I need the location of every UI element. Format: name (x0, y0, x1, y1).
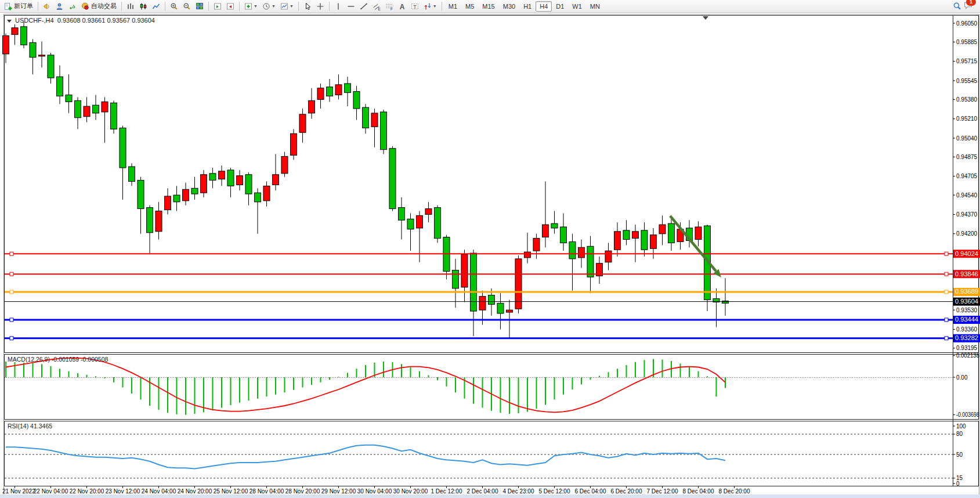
signals-button[interactable] (66, 0, 79, 13)
rsi-name: RSI(14) (8, 423, 28, 430)
candle-body (722, 301, 729, 303)
candles-icon (139, 2, 147, 10)
svg-text:8 Dec 20:00: 8 Dec 20:00 (719, 488, 750, 495)
sounds-button[interactable] (41, 0, 53, 13)
fibonacci-button[interactable]: F (383, 0, 396, 13)
svg-text:24 Nov 20:00: 24 Nov 20:00 (178, 488, 212, 495)
svg-text:5 Dec 12:00: 5 Dec 12:00 (539, 488, 570, 495)
bar-chart-button[interactable] (124, 0, 137, 13)
svg-text:0.95545: 0.95545 (956, 78, 978, 84)
chart-area: 0.960500.958850.957150.955450.953800.952… (0, 13, 980, 498)
crosshair-button[interactable] (314, 0, 327, 13)
candle-body (255, 193, 261, 202)
svg-text:30 Nov 04:00: 30 Nov 04:00 (357, 488, 392, 495)
chart-shift-button[interactable] (224, 0, 237, 13)
autotrade-button[interactable]: 自动交易 (79, 0, 119, 13)
line-handle[interactable] (10, 337, 13, 340)
candle-body (309, 100, 315, 113)
label-button[interactable]: T (408, 0, 421, 13)
timeframe-d1-button[interactable]: D1 (552, 1, 568, 12)
candle-body (389, 149, 396, 209)
search-button[interactable] (950, 0, 964, 13)
new-order-button[interactable]: 新订单 (2, 0, 35, 13)
tile-windows-button[interactable] (193, 0, 206, 13)
candle-body (156, 211, 162, 232)
vline-icon (334, 2, 342, 10)
candle-body (299, 114, 306, 132)
candle-body (201, 175, 207, 193)
line-handle[interactable] (945, 252, 948, 255)
candle-body (614, 232, 621, 250)
toolbar-separator (239, 2, 240, 11)
timeframe-w1-button[interactable]: W1 (568, 1, 586, 12)
candle-body (21, 27, 27, 45)
toolbar-separator (208, 2, 209, 11)
community-button[interactable] (53, 0, 66, 13)
arrows-button[interactable]: ▼ (421, 0, 439, 13)
indicators-button[interactable]: ▼ (242, 0, 260, 13)
candle-body (417, 215, 423, 228)
candle-body (435, 208, 441, 239)
line-handle[interactable] (10, 290, 13, 294)
timeframe-m30-button[interactable]: M30 (499, 1, 519, 12)
channel-button[interactable]: E (370, 0, 383, 13)
shapes-icon (424, 2, 432, 10)
hline-icon (347, 2, 355, 10)
svg-text:24 Nov 04:00: 24 Nov 04:00 (142, 488, 176, 495)
svg-text:0.95715: 0.95715 (956, 58, 978, 64)
line-chart-button[interactable] (150, 0, 162, 13)
svg-text:F: F (390, 6, 393, 10)
line-handle[interactable] (945, 272, 948, 276)
zoom-out-button[interactable] (180, 0, 193, 13)
svg-text:0.002138: 0.002138 (956, 352, 979, 359)
candle-body (120, 128, 126, 168)
svg-text:23 Nov 12:00: 23 Nov 12:00 (106, 488, 140, 495)
chart-ohlc-values: 0.93608 0.93661 0.93567 0.93604 (57, 17, 155, 24)
auto-scroll-button[interactable] (211, 0, 224, 13)
candle-body (695, 227, 701, 240)
toolbar-separator (329, 2, 330, 11)
timeframe-h4-button[interactable]: H4 (536, 1, 552, 12)
timeframe-m15-button[interactable]: M15 (478, 1, 498, 12)
notification-badge: 1 (966, 0, 976, 6)
svg-text:30 Nov 20:00: 30 Nov 20:00 (393, 488, 428, 495)
candle-body (533, 239, 540, 251)
toolbar-separator (298, 2, 299, 11)
candle-chart-button[interactable] (137, 0, 150, 13)
timeframe-m5-button[interactable]: M5 (461, 1, 478, 12)
line-handle[interactable] (945, 337, 948, 340)
line-handle[interactable] (10, 272, 13, 276)
candle-body (263, 186, 270, 200)
timeframe-m1-button[interactable]: M1 (444, 1, 461, 12)
svg-text:80: 80 (956, 431, 963, 437)
line-handle[interactable] (10, 318, 13, 322)
vline-button[interactable] (332, 0, 345, 13)
cursor-button[interactable] (301, 0, 314, 13)
timeframe-mn-button[interactable]: MN (586, 1, 604, 12)
candle-body (57, 77, 63, 96)
zoom-in-button[interactable] (168, 0, 180, 13)
mt4-window: 新订单自动交易▼▼▼EFAT▼M1M5M15M30H1H4D1W1MN1 USD… (0, 0, 980, 498)
svg-text:0.95210: 0.95210 (956, 116, 978, 122)
dropdown-caret-icon: ▼ (272, 4, 276, 8)
text-button[interactable]: A (396, 0, 408, 13)
periods-button[interactable]: ▼ (260, 0, 278, 13)
collapse-chart-icon[interactable] (7, 20, 12, 23)
trendline-button[interactable] (357, 0, 370, 13)
toolbar-separator (165, 2, 165, 11)
svg-text:0.93195: 0.93195 (956, 345, 978, 351)
svg-text:28 Nov 20:00: 28 Nov 20:00 (285, 488, 320, 495)
svg-text:21 Nov 2022: 21 Nov 2022 (2, 488, 35, 495)
new-order-button-label: 新订单 (14, 2, 33, 10)
hline-button[interactable] (345, 0, 357, 13)
svg-text:22 Nov 04:00: 22 Nov 04:00 (34, 488, 68, 495)
line-handle[interactable] (10, 252, 13, 255)
line-handle[interactable] (945, 318, 948, 322)
svg-text:0.96050: 0.96050 (956, 20, 978, 27)
svg-text:0.95380: 0.95380 (956, 96, 978, 103)
timeframe-h1-button[interactable]: H1 (519, 1, 536, 12)
line-handle[interactable] (945, 290, 948, 294)
templates-button[interactable]: ▼ (278, 0, 296, 13)
rsi-indicator-label: RSI(14) 41.3465 (8, 423, 52, 430)
chat-button[interactable]: 1 (964, 1, 972, 12)
